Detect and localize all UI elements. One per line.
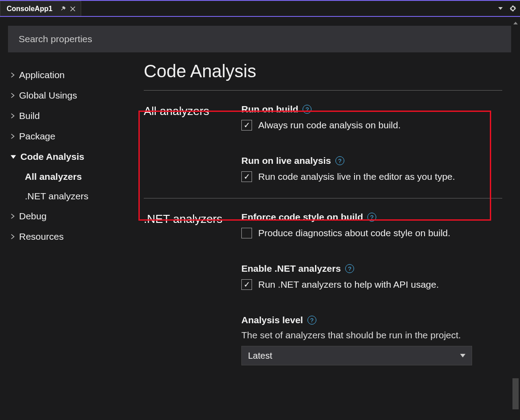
chevron-down-icon bbox=[460, 354, 465, 357]
checkbox-enable-net[interactable] bbox=[241, 279, 252, 290]
setting-title: Run on live analysis bbox=[241, 155, 331, 166]
sidebar-item-label: Resources bbox=[19, 231, 63, 242]
search-input[interactable] bbox=[8, 26, 512, 52]
caret-right-icon bbox=[11, 93, 15, 98]
setting-description: The set of analyzers that should be run … bbox=[241, 330, 502, 341]
sidebar-item-application[interactable]: Application bbox=[8, 65, 133, 85]
page-title: Code Analysis bbox=[144, 61, 502, 87]
setting-enable-net: Enable .NET analyzers ? Run .NET analyze… bbox=[241, 263, 502, 290]
sidebar-item-label: Global Usings bbox=[19, 90, 77, 101]
caret-right-icon bbox=[11, 113, 15, 119]
sidebar: Application Global Usings Build Package … bbox=[0, 52, 133, 420]
section-label-net-analyzers: .NET analyzers bbox=[144, 212, 241, 379]
checkbox-label: Always run code analysis on build. bbox=[258, 120, 401, 131]
close-icon[interactable] bbox=[69, 5, 76, 12]
sidebar-item-build[interactable]: Build bbox=[8, 106, 133, 126]
scrollbar[interactable] bbox=[511, 19, 520, 420]
scroll-up-icon[interactable] bbox=[511, 19, 520, 28]
tab-bar: ConsoleApp1 bbox=[0, 1, 520, 17]
scroll-thumb[interactable] bbox=[512, 378, 519, 409]
analysis-level-select[interactable]: Latest bbox=[241, 346, 472, 365]
sidebar-item-label: Application bbox=[19, 70, 65, 80]
sidebar-item-debug[interactable]: Debug bbox=[8, 206, 133, 226]
sidebar-item-label: Debug bbox=[19, 211, 47, 222]
help-icon[interactable]: ? bbox=[303, 105, 311, 114]
help-icon[interactable]: ? bbox=[367, 213, 376, 222]
setting-enforce-style: Enforce code style on build ? Produce di… bbox=[241, 212, 502, 238]
sidebar-subitem-net-analyzers[interactable]: .NET analyzers bbox=[8, 186, 133, 206]
setting-title: Enable .NET analyzers bbox=[241, 263, 341, 274]
help-icon[interactable]: ? bbox=[307, 316, 316, 325]
pin-icon[interactable] bbox=[59, 5, 67, 12]
select-value: Latest bbox=[248, 351, 272, 361]
sidebar-item-label: Code Analysis bbox=[20, 151, 84, 162]
caret-right-icon bbox=[11, 134, 15, 139]
caret-right-icon bbox=[11, 234, 15, 239]
setting-title: Run on build bbox=[241, 104, 298, 115]
section-label-all-analyzers: All analyzers bbox=[144, 104, 241, 195]
help-icon[interactable]: ? bbox=[335, 156, 344, 165]
sidebar-item-global-usings[interactable]: Global Usings bbox=[8, 85, 133, 106]
setting-run-on-live: Run on live analysis ? Run code analysis… bbox=[241, 155, 502, 182]
checkbox-run-on-build[interactable] bbox=[241, 120, 252, 131]
checkbox-label: Run code analysis live in the editor as … bbox=[258, 171, 455, 182]
dropdown-icon[interactable] bbox=[495, 3, 506, 14]
caret-right-icon bbox=[11, 214, 15, 219]
sidebar-item-label: Build bbox=[19, 111, 40, 121]
setting-title: Analysis level bbox=[241, 315, 303, 325]
setting-run-on-build: Run on build ? Always run code analysis … bbox=[241, 104, 502, 131]
help-icon[interactable]: ? bbox=[345, 264, 354, 273]
setting-analysis-level: Analysis level ? The set of analyzers th… bbox=[241, 315, 502, 365]
checkbox-label: Run .NET analyzers to help with API usag… bbox=[258, 279, 439, 290]
sidebar-item-code-analysis[interactable]: Code Analysis bbox=[8, 147, 133, 167]
caret-down-icon bbox=[11, 155, 16, 159]
sidebar-item-package[interactable]: Package bbox=[8, 126, 133, 147]
gear-icon[interactable] bbox=[508, 3, 518, 14]
sidebar-item-resources[interactable]: Resources bbox=[8, 226, 133, 247]
checkbox-run-on-live[interactable] bbox=[241, 171, 252, 182]
checkbox-enforce-style[interactable] bbox=[241, 228, 252, 238]
sidebar-item-label: Package bbox=[19, 131, 55, 142]
checkbox-label: Produce diagnostics about code style on … bbox=[258, 228, 450, 238]
tab-consoleapp1[interactable]: ConsoleApp1 bbox=[0, 1, 81, 16]
setting-title: Enforce code style on build bbox=[241, 212, 363, 222]
sidebar-subitem-all-analyzers[interactable]: All analyzers bbox=[8, 167, 133, 186]
tab-title: ConsoleApp1 bbox=[7, 5, 52, 13]
caret-right-icon bbox=[11, 72, 15, 78]
main-content: Code Analysis All analyzers Run on build… bbox=[133, 52, 520, 420]
